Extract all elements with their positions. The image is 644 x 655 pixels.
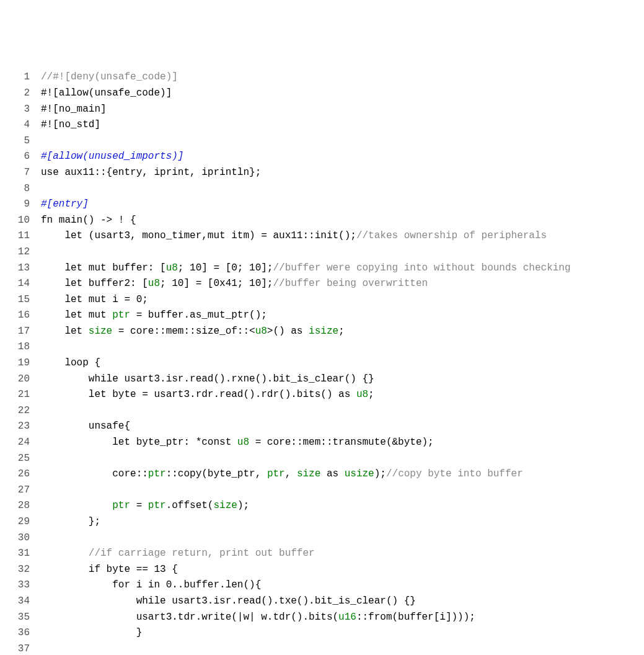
token-type: ptr [112,310,130,321]
token-type: size [89,326,112,337]
token: while usart3.isr.read().rxne().bit_is_cl… [41,373,374,385]
token-type: u8 [255,326,267,337]
code-content: let byte = usart3.rdr.read().rdr().bits(… [41,387,571,403]
token: = buffer.as_mut_ptr(); [130,310,267,321]
line-number: 11 [12,228,41,244]
token-type: isize [309,326,338,337]
code-content: let size = core::mem::size_of::<u8>() as… [41,324,571,340]
token: let byte_ptr: *const [41,437,237,448]
line-number: 14 [12,276,41,292]
line-number: 20 [12,372,41,388]
line-number: 21 [12,387,41,403]
code-line: 6#[allow(unused_imports)] [12,149,571,165]
line-number: 34 [12,594,41,610]
line-number: 15 [12,292,41,308]
line-number: 13 [12,261,41,277]
code-line: 14 let buffer2: [u8; 10] = [0x41; 10];//… [12,276,571,292]
code-line: 10fn main() -> ! { [12,213,571,229]
line-number: 27 [12,483,41,499]
line-number: 1 [12,69,41,86]
line-number: 24 [12,435,41,451]
line-number: 8 [12,181,41,197]
code-content: let mut i = 0; [41,292,571,308]
code-line: 33 for i in 0..buffer.len(){ [12,577,571,594]
token-type: ptr [148,500,166,511]
line-number: 5 [12,133,41,149]
code-line: 26 core::ptr::copy(byte_ptr, ptr, size a… [12,466,571,483]
token: = core::mem::transmute(&byte); [249,437,434,448]
line-number: 29 [12,514,41,530]
token-type: u8 [166,262,178,274]
code-content: #[allow(unused_imports)] [41,149,571,165]
token-comment: //if carriage return, print out buffer [89,548,315,559]
code-content: #![allow(unsafe_code)] [41,86,571,102]
code-line: 7use aux11::{entry, iprint, iprintln}; [12,165,571,181]
code-line: 9#[entry] [12,197,571,213]
token: let buffer2: [ [41,278,148,289]
code-content [41,181,571,197]
code-line: 21 let byte = usart3.rdr.read().rdr().bi… [12,387,571,403]
line-number: 9 [12,197,41,213]
token: }; [41,516,100,527]
token: = [130,500,148,511]
code-line: 24 let byte_ptr: *const u8 = core::mem::… [12,435,571,451]
token: = core::mem::size_of::< [112,326,255,337]
token-type: u8 [237,437,249,448]
code-content: while usart3.isr.read().rxne().bit_is_cl… [41,372,571,388]
line-number: 26 [12,466,41,483]
token: fn main() -> ! { [41,215,136,226]
token: unsafe{ [41,421,130,432]
token: ; 10] = [0x41; 10]; [160,278,273,289]
token: if byte == 13 { [41,564,178,575]
code-line: 23 unsafe{ [12,419,571,435]
token-type: u8 [148,278,160,289]
code-content: let mut buffer: [u8; 10] = [0; 10];//buf… [41,261,571,277]
token: while usart3.isr.read().txe().bit_is_cle… [41,595,416,607]
line-number: 4 [12,117,41,133]
line-number: 32 [12,562,41,578]
token-comment: //buffer were copying into without bound… [273,262,570,274]
code-line: 18 [12,339,571,355]
token-type: u16 [338,612,356,623]
code-content: if byte == 13 { [41,562,571,578]
code-line: 37 [12,641,571,655]
line-number: 16 [12,308,41,324]
code-content: while usart3.isr.read().txe().bit_is_cle… [41,594,571,610]
code-content [41,244,571,261]
code-content: } [41,625,571,641]
code-content: }; [41,514,571,530]
code-content: ptr = ptr.offset(size); [41,498,571,514]
line-number: 30 [12,530,41,546]
code-line: 17 let size = core::mem::size_of::<u8>()… [12,324,571,340]
token: ; [368,389,374,400]
token: let mut [41,310,112,321]
token: ; [338,326,345,337]
token: } [41,627,142,638]
line-number: 22 [12,403,41,419]
line-number: 17 [12,324,41,340]
line-number: 36 [12,625,41,641]
code-line: 12 [12,244,571,261]
code-line: 22 [12,403,571,419]
code-content: //#![deny(unsafe_code)] [41,69,571,86]
token [41,500,112,511]
line-number: 31 [12,546,41,562]
line-number: 28 [12,498,41,514]
code-line: 1//#![deny(unsafe_code)] [12,69,571,86]
code-content: let buffer2: [u8; 10] = [0x41; 10];//buf… [41,276,571,292]
code-line: 16 let mut ptr = buffer.as_mut_ptr(); [12,308,571,324]
code-content: let byte_ptr: *const u8 = core::mem::tra… [41,435,571,451]
token: #![no_std] [41,119,100,130]
code-content: loop { [41,355,571,372]
token: ; 10] = [0; 10]; [178,262,273,274]
code-content [41,530,571,546]
token: loop { [41,357,100,368]
token: , [285,468,297,479]
code-line: 8 [12,181,571,197]
line-number: 18 [12,339,41,355]
token: ::copy(byte_ptr, [166,468,267,479]
line-number: 12 [12,244,41,261]
line-number: 25 [12,451,41,467]
code-line: 13 let mut buffer: [u8; 10] = [0; 10];//… [12,261,571,277]
token: #![allow(unsafe_code)] [41,87,172,99]
